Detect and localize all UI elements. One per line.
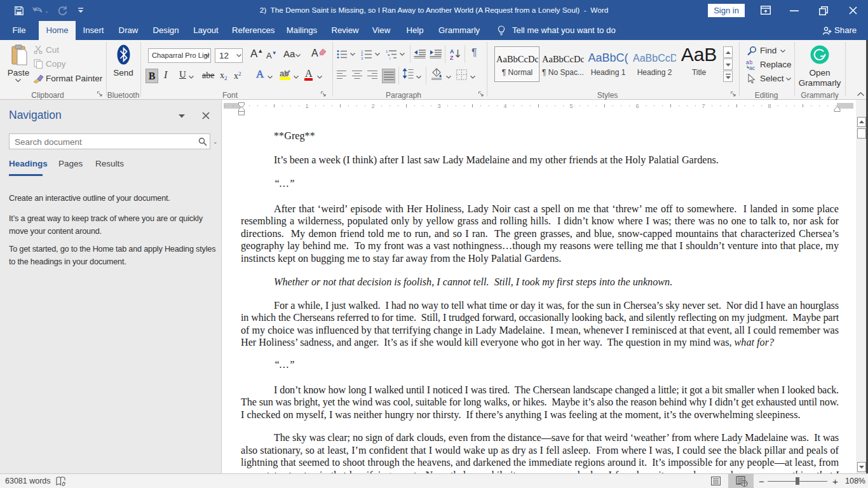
svg-text:A: A (450, 48, 454, 55)
svg-text:ac: ac (749, 65, 756, 71)
svg-text:Z: Z (450, 55, 454, 60)
svg-text:3: 3 (361, 57, 363, 60)
svg-text:i: i (390, 57, 390, 60)
